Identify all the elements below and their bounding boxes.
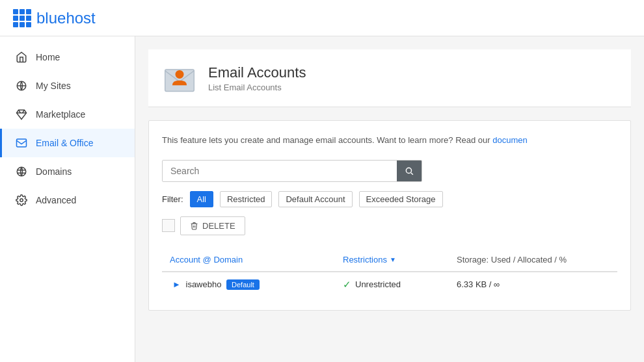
sidebar-item-marketplace-label: Marketplace (36, 109, 85, 120)
diamond-icon (15, 108, 28, 121)
globe-icon (15, 165, 28, 178)
main-content: Email Accounts List Email Accounts This … (135, 36, 644, 362)
email-accounts-icon (163, 61, 196, 95)
page-header: Email Accounts List Email Accounts (148, 49, 631, 107)
search-input-wrap (162, 160, 422, 182)
account-name: isawebho (186, 279, 222, 289)
logo-area: bluehost (13, 9, 96, 27)
unrestricted-wrap: ✓ Unrestricted (343, 279, 441, 291)
sidebar-item-home[interactable]: Home (0, 43, 135, 71)
page-subtitle: List Email Accounts (208, 83, 306, 92)
page-icon-wrap (161, 60, 198, 96)
logo-grid-icon (13, 9, 31, 27)
account-sort-link[interactable]: Account @ Domain (170, 255, 243, 265)
page-title: Email Accounts (208, 64, 306, 81)
action-row: DELETE (162, 216, 617, 242)
search-row (162, 160, 617, 182)
search-input[interactable] (163, 161, 397, 181)
col-header-restrictions: Restrictions ▼ (335, 248, 449, 272)
filter-all-button[interactable]: All (190, 191, 213, 207)
sidebar-item-home-label: Home (36, 52, 60, 62)
table-body: ► isawebho Default ✓ Unrestricted 6.33 K… (162, 272, 617, 297)
sidebar-item-domains[interactable]: Domains (0, 157, 135, 186)
svg-line-7 (411, 172, 413, 174)
gear-icon (15, 194, 28, 207)
top-header: bluehost (0, 0, 644, 36)
search-button[interactable] (397, 161, 422, 181)
svg-point-2 (17, 167, 26, 176)
select-all-checkbox[interactable] (162, 219, 175, 232)
expand-row-button[interactable]: ► (170, 279, 183, 289)
check-icon: ✓ (343, 279, 351, 291)
content-card: This feature lets you create and manage … (148, 120, 631, 311)
documentation-link[interactable]: documen (492, 135, 527, 145)
svg-point-3 (20, 199, 23, 202)
logo-text: bluehost (36, 9, 96, 27)
filter-default-account-button[interactable]: Default Account (278, 191, 352, 207)
restriction-value: Unrestricted (355, 279, 401, 289)
table-header-row: Account @ Domain Restrictions ▼ Storage:… (162, 248, 617, 272)
sidebar-item-domains-label: Domains (36, 166, 72, 177)
account-cell: ► isawebho Default (162, 272, 335, 297)
table-head: Account @ Domain Restrictions ▼ Storage:… (162, 248, 617, 272)
sidebar: Home My Sites Marketplace (0, 36, 135, 362)
restrictions-sort-link[interactable]: Restrictions ▼ (343, 255, 396, 265)
trash-icon (190, 222, 198, 230)
sidebar-item-email-office-label: Email & Office (36, 138, 93, 148)
svg-point-6 (406, 168, 411, 173)
col-header-account: Account @ Domain (162, 248, 335, 272)
restriction-cell: ✓ Unrestricted (335, 272, 449, 297)
col-header-storage: Storage: Used / Allocated / % (449, 248, 617, 272)
default-badge: Default (226, 279, 260, 290)
sidebar-item-email-office[interactable]: Email & Office (0, 129, 135, 157)
filter-row: Filter: All Restricted Default Account E… (162, 191, 617, 207)
info-text: This feature lets you create and manage … (162, 134, 617, 147)
svg-point-5 (176, 70, 184, 79)
sidebar-item-advanced-label: Advanced (36, 195, 76, 205)
filter-label: Filter: (162, 194, 183, 204)
sidebar-item-my-sites-label: My Sites (36, 81, 71, 91)
sort-chevron-icon: ▼ (390, 256, 396, 263)
search-icon (405, 166, 414, 175)
page-title-group: Email Accounts List Email Accounts (208, 64, 306, 92)
table-row: ► isawebho Default ✓ Unrestricted 6.33 K… (162, 272, 617, 297)
accounts-table: Account @ Domain Restrictions ▼ Storage:… (162, 248, 617, 297)
filter-exceeded-storage-button[interactable]: Exceeded Storage (359, 191, 443, 207)
sidebar-item-my-sites[interactable]: My Sites (0, 71, 135, 100)
home-icon (15, 51, 28, 64)
filter-restricted-button[interactable]: Restricted (220, 191, 273, 207)
delete-button[interactable]: DELETE (180, 216, 245, 235)
svg-rect-1 (17, 139, 27, 147)
sidebar-item-advanced[interactable]: Advanced (0, 186, 135, 214)
wordpress-icon (15, 79, 28, 92)
email-icon (15, 136, 28, 149)
storage-cell: 6.33 KB / ∞ (449, 272, 617, 297)
app-layout: Home My Sites Marketplace (0, 36, 644, 362)
sidebar-item-marketplace[interactable]: Marketplace (0, 100, 135, 129)
